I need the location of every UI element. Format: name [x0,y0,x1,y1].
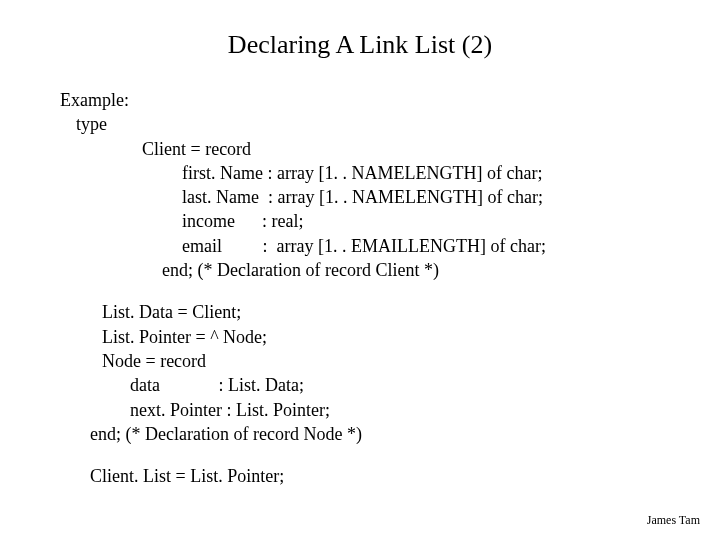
example-label: Example: [60,88,670,112]
listpointer-decl: List. Pointer = ^ Node; [102,325,670,349]
client-field-income: income : real; [182,209,670,233]
node-record-decl: Node = record [102,349,670,373]
clientlist-decl: Client. List = List. Pointer; [90,464,670,488]
client-field-firstname: first. Name : array [1. . NAMELENGTH] of… [182,161,670,185]
node-field-data: data : List. Data; [130,373,670,397]
type-keyword: type [76,112,670,136]
client-field-email: email : array [1. . EMAILLENGTH] of char… [182,234,670,258]
author-footer: James Tam [647,513,700,528]
listdata-decl: List. Data = Client; [102,300,670,324]
client-record-decl: Client = record [142,137,670,161]
node-record-end: end; (* Declaration of record Node *) [90,422,670,446]
slide-content: Example: type Client = record first. Nam… [50,88,670,488]
client-field-lastname: last. Name : array [1. . NAMELENGTH] of … [182,185,670,209]
client-record-end: end; (* Declaration of record Client *) [162,258,670,282]
page-title: Declaring A Link List (2) [50,30,670,60]
node-field-next: next. Pointer : List. Pointer; [130,398,670,422]
